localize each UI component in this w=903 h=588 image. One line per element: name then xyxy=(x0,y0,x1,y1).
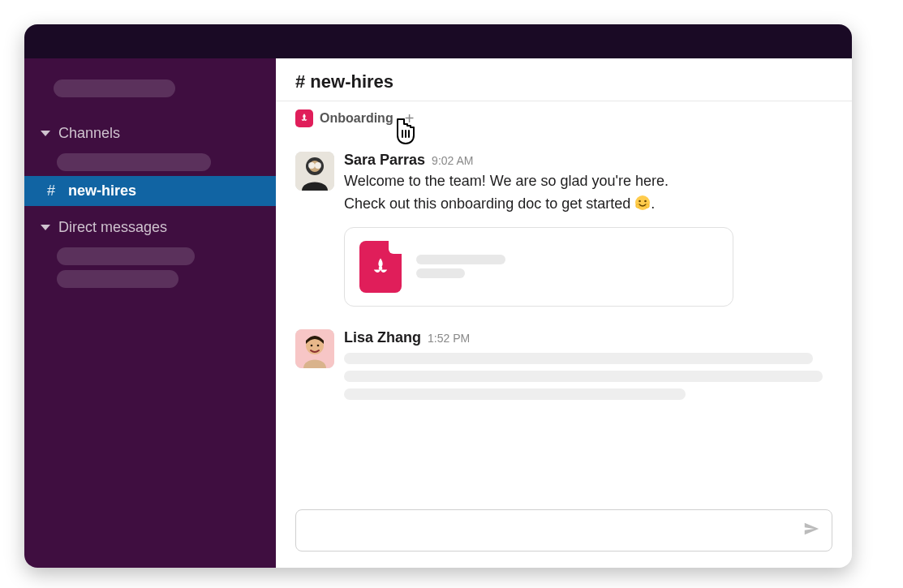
workspace-name-placeholder[interactable] xyxy=(54,79,175,97)
sidebar: Channels # new-hires Direct messages xyxy=(24,58,276,568)
channel-header: # new-hires xyxy=(276,58,852,101)
pdf-file-icon xyxy=(359,241,402,293)
message-composer[interactable] xyxy=(295,509,832,552)
hash-icon: # xyxy=(45,182,57,200)
svg-point-10 xyxy=(639,200,641,203)
dm-label: Direct messages xyxy=(58,219,167,236)
composer-area xyxy=(276,500,852,568)
message-author[interactable]: Sara Parras xyxy=(344,152,425,169)
dm-item-placeholder[interactable] xyxy=(57,270,178,288)
message-placeholder-line xyxy=(344,388,686,400)
file-attachment[interactable] xyxy=(344,227,733,307)
message-time: 1:52 PM xyxy=(428,332,470,345)
pdf-icon xyxy=(295,109,313,127)
hugging-face-emoji xyxy=(634,195,651,211)
message-author[interactable]: Lisa Zhang xyxy=(344,329,421,346)
avatar[interactable] xyxy=(295,329,334,368)
channels-section-header[interactable]: Channels xyxy=(24,120,276,148)
caret-down-icon xyxy=(41,225,50,230)
bookmark-item-onboarding[interactable]: Onboarding xyxy=(295,109,393,127)
send-icon[interactable] xyxy=(802,520,820,541)
message-line: . xyxy=(651,195,655,212)
svg-point-17 xyxy=(311,344,313,346)
svg-point-0 xyxy=(303,118,306,120)
message-time: 9:02 AM xyxy=(432,154,473,167)
channel-title[interactable]: # new-hires xyxy=(295,71,832,92)
dm-item-placeholder[interactable] xyxy=(57,247,195,265)
channel-item-placeholder[interactable] xyxy=(57,153,211,171)
channel-item-new-hires[interactable]: # new-hires xyxy=(24,176,276,206)
file-name-placeholder xyxy=(416,255,505,264)
bookmarks-bar: Onboarding + xyxy=(276,101,852,137)
channel-name: new-hires xyxy=(68,182,136,200)
app-window: Channels # new-hires Direct messages # n… xyxy=(24,24,852,568)
file-meta-placeholder xyxy=(416,268,465,278)
main-panel: # new-hires Onboarding + xyxy=(276,58,852,568)
svg-point-13 xyxy=(646,204,650,208)
svg-point-11 xyxy=(644,200,647,203)
message-line: Welcome to the team! We are so glad you'… xyxy=(344,173,669,189)
avatar[interactable] xyxy=(295,152,334,191)
message: Sara Parras 9:02 AM Welcome to the team!… xyxy=(295,144,832,321)
message-placeholder-line xyxy=(344,371,823,382)
svg-point-14 xyxy=(379,266,383,270)
message-placeholder-line xyxy=(344,353,813,364)
svg-point-8 xyxy=(315,162,321,169)
message-list: Sara Parras 9:02 AM Welcome to the team!… xyxy=(276,137,852,500)
message: Lisa Zhang 1:52 PM xyxy=(295,321,832,421)
message-line: Check out this onboarding doc to get sta… xyxy=(344,195,634,212)
svg-point-12 xyxy=(636,204,640,208)
bookmark-label: Onboarding xyxy=(320,111,393,126)
message-text: Welcome to the team! We are so glad you'… xyxy=(344,170,832,216)
channels-label: Channels xyxy=(58,125,120,142)
svg-point-18 xyxy=(317,344,320,346)
add-bookmark-button[interactable]: + xyxy=(402,110,418,127)
svg-point-7 xyxy=(308,162,315,169)
titlebar xyxy=(24,24,852,58)
caret-down-icon xyxy=(41,131,50,136)
dm-section-header[interactable]: Direct messages xyxy=(24,214,276,242)
